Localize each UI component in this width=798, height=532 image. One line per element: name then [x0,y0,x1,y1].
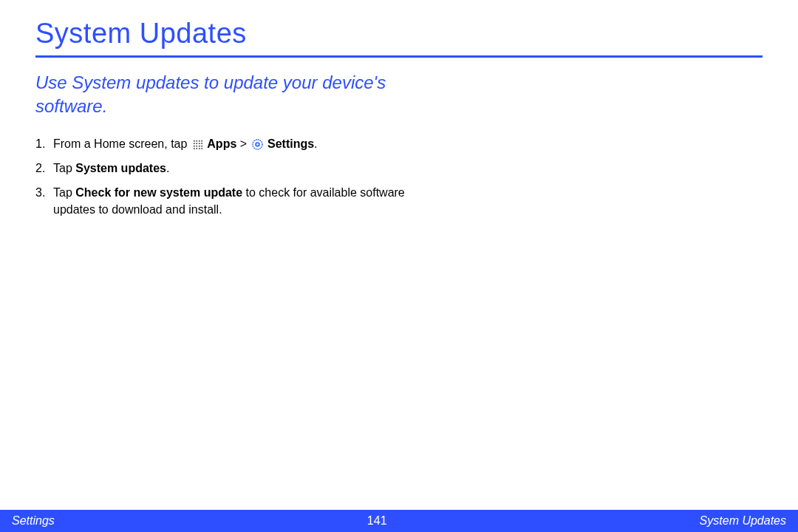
step-sep: > [236,137,250,150]
settings-gear-icon [252,137,263,149]
page-content: System Updates Use System updates to upd… [0,0,798,244]
settings-label: Settings [267,137,314,150]
svg-point-2 [256,143,259,146]
footer-section: Settings [12,514,55,528]
apps-grid-icon [192,139,202,149]
step-3: Tap Check for new system update to check… [35,184,420,218]
system-updates-label: System updates [75,162,166,174]
apps-label: Apps [207,137,236,150]
page-footer: Settings 141 System Updates [0,510,798,532]
step-end: . [314,137,317,150]
step-2: Tap System updates. [35,160,420,177]
page-number: 141 [367,514,387,528]
step-1: From a Home screen, tap Apps > Settings. [35,135,420,152]
title-rule [35,55,763,58]
step-end: . [166,162,169,174]
step-text: From a Home screen, tap [53,137,191,150]
check-update-label: Check for new system update [75,186,242,199]
step-text: Tap [53,186,75,199]
footer-topic: System Updates [700,514,786,528]
page-title: System Updates [35,18,763,50]
instruction-list: From a Home screen, tap Apps > Settings.… [35,135,420,219]
step-text: Tap [53,162,75,174]
page-subtitle: Use System updates to update your device… [35,71,390,119]
